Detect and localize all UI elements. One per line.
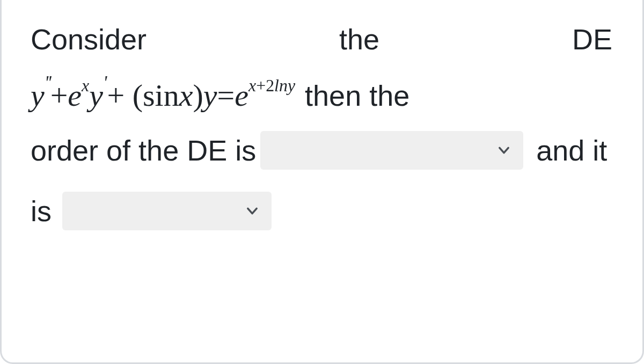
- eq-dprime: '': [45, 72, 50, 93]
- eq-x-sup: x: [82, 76, 89, 95]
- question-line-1: Consider the DE: [31, 14, 612, 65]
- eq-y2: y: [89, 78, 103, 113]
- label-is: is: [31, 186, 52, 237]
- eq-exp-ln: ln: [274, 76, 288, 95]
- question-line-3: order of the DE is and it: [31, 125, 612, 176]
- eq-y: y: [31, 78, 45, 113]
- eq-x1: x: [179, 78, 193, 113]
- linearity-dropdown[interactable]: [62, 192, 272, 230]
- eq-exp-y: y: [288, 76, 295, 95]
- label-order-of-de: order of the DE is: [31, 125, 256, 176]
- question-line-2: y''+exy'+ (sinx)y=ex+2lny then the: [31, 70, 612, 121]
- label-and-it: and it: [536, 125, 607, 176]
- word-the: the: [339, 14, 379, 65]
- eq-exp-x: x: [248, 76, 256, 95]
- eq-exponent: x+2lny: [248, 76, 295, 95]
- eq-y3: y: [203, 78, 217, 113]
- eq-plus-1: +: [50, 78, 68, 113]
- eq-open: (: [133, 78, 143, 113]
- de-equation: y''+exy'+ (sinx)y=ex+2lny: [31, 78, 295, 113]
- eq-exp-two: 2: [266, 76, 274, 95]
- chevron-down-icon: [245, 203, 260, 219]
- eq-plus-2: +: [107, 78, 125, 113]
- word-de: DE: [572, 14, 612, 65]
- eq-e2: e: [235, 78, 248, 113]
- eq-close: ): [193, 78, 203, 113]
- eq-e1: e: [68, 78, 82, 113]
- word-then-the: then the: [305, 70, 409, 121]
- eq-exp-plus: +: [256, 76, 266, 95]
- order-dropdown[interactable]: [260, 131, 523, 170]
- eq-sin: sin: [143, 78, 179, 113]
- question-card: Consider the DE y''+exy'+ (sinx)y=ex+2ln…: [0, 0, 644, 364]
- eq-eq: =: [217, 78, 235, 113]
- word-consider: Consider: [31, 14, 147, 65]
- chevron-down-icon: [496, 143, 511, 158]
- question-line-4: is: [31, 186, 612, 237]
